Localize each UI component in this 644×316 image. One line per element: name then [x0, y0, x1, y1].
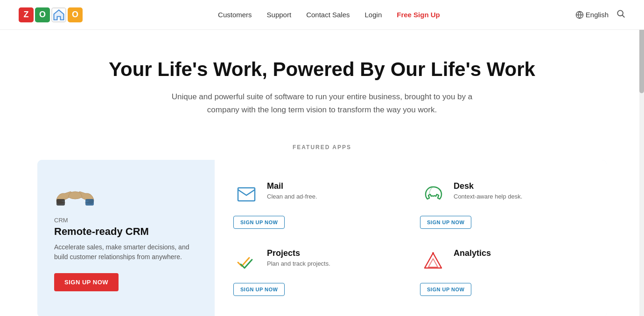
navbar-actions: English: [575, 9, 625, 21]
desk-signup-button[interactable]: SIGN UP NOW: [420, 216, 471, 229]
desk-icon: [420, 181, 446, 207]
svg-point-6: [432, 252, 434, 254]
mail-signup-button[interactable]: SIGN UP NOW: [233, 216, 285, 229]
analytics-icon: [420, 248, 446, 275]
crm-label: CRM: [54, 217, 68, 224]
app-item-mail: Mail Clean and ad-free. SIGN UP NOW: [233, 174, 401, 236]
nav-item-free-signup[interactable]: Free Sign Up: [397, 11, 440, 19]
logo-tile-z: Z: [19, 7, 34, 22]
featured-container: CRM Remote-ready CRM Accelerate sales, m…: [37, 160, 607, 316]
crm-panel: CRM Remote-ready CRM Accelerate sales, m…: [37, 160, 215, 316]
navbar: Z O O Customers Support Contact Sales Lo…: [0, 0, 644, 30]
nav-link-customers[interactable]: Customers: [218, 11, 252, 19]
nav-item-login[interactable]: Login: [365, 11, 382, 19]
logo-tile-o1: O: [35, 7, 50, 22]
crm-description: Accelerate sales, make smarter decisions…: [54, 242, 198, 262]
app-item-projects: Projects Plan and track projects. SIGN U…: [233, 241, 401, 303]
featured-apps-section: FEATURED APPS: [0, 135, 644, 316]
app-info-analytics: Analytics: [454, 248, 491, 260]
app-desc-projects: Plan and track projects.: [267, 260, 330, 267]
nav-link-support[interactable]: Support: [267, 11, 292, 19]
mail-icon: [233, 181, 259, 207]
apps-grid: Mail Clean and ad-free. SIGN UP NOW: [215, 160, 607, 316]
nav-link-login[interactable]: Login: [365, 11, 382, 19]
crm-title: Remote-ready CRM: [54, 226, 149, 238]
svg-rect-5: [85, 199, 94, 206]
language-label: English: [586, 11, 609, 19]
analytics-signup-button[interactable]: SIGN UP NOW: [420, 283, 471, 296]
scrollbar[interactable]: [639, 0, 644, 316]
crm-signup-button[interactable]: SIGN UP NOW: [54, 273, 119, 291]
hero-subtitle: Unique and powerful suite of software to…: [159, 90, 485, 116]
app-desc-mail: Clean and ad-free.: [267, 193, 317, 200]
svg-line-3: [623, 15, 625, 18]
svg-rect-4: [56, 199, 65, 206]
logo-tile-h: [51, 7, 66, 22]
app-info-desk: Desk Context-aware help desk.: [454, 181, 522, 200]
app-name-analytics: Analytics: [454, 248, 491, 258]
search-icon: [616, 9, 625, 18]
crm-image: [54, 179, 96, 211]
nav-link-contact-sales[interactable]: Contact Sales: [306, 11, 350, 19]
projects-icon: [233, 248, 259, 275]
globe-icon: [575, 11, 584, 19]
app-name-projects: Projects: [267, 248, 330, 258]
app-header-analytics: Analytics: [420, 248, 588, 275]
nav-item-contact-sales[interactable]: Contact Sales: [306, 11, 350, 19]
app-header-projects: Projects Plan and track projects.: [233, 248, 401, 275]
navbar-nav: Customers Support Contact Sales Login Fr…: [218, 11, 440, 19]
search-button[interactable]: [616, 9, 625, 21]
app-info-mail: Mail Clean and ad-free.: [267, 181, 317, 200]
language-button[interactable]: English: [575, 11, 609, 19]
handshake-icon: [54, 179, 96, 210]
logo-tile-o2: O: [68, 7, 83, 22]
nav-link-free-signup[interactable]: Free Sign Up: [397, 11, 440, 19]
hero-section: Your Life's Work, Powered By Our Life's …: [0, 30, 644, 135]
app-name-desk: Desk: [454, 181, 522, 191]
logo[interactable]: Z O O: [19, 7, 83, 22]
app-header-mail: Mail Clean and ad-free.: [233, 181, 401, 207]
app-item-desk: Desk Context-aware help desk. SIGN UP NO…: [420, 174, 588, 236]
app-item-analytics: Analytics SIGN UP NOW: [420, 241, 588, 303]
app-info-projects: Projects Plan and track projects.: [267, 248, 330, 267]
nav-item-support[interactable]: Support: [267, 11, 292, 19]
projects-signup-button[interactable]: SIGN UP NOW: [233, 283, 285, 296]
app-desc-desk: Context-aware help desk.: [454, 193, 522, 200]
svg-point-2: [617, 10, 623, 16]
app-name-mail: Mail: [267, 181, 317, 191]
nav-item-customers[interactable]: Customers: [218, 11, 252, 19]
featured-label: FEATURED APPS: [37, 144, 607, 151]
hero-title: Your Life's Work, Powered By Our Life's …: [9, 58, 635, 81]
app-header-desk: Desk Context-aware help desk.: [420, 181, 588, 207]
